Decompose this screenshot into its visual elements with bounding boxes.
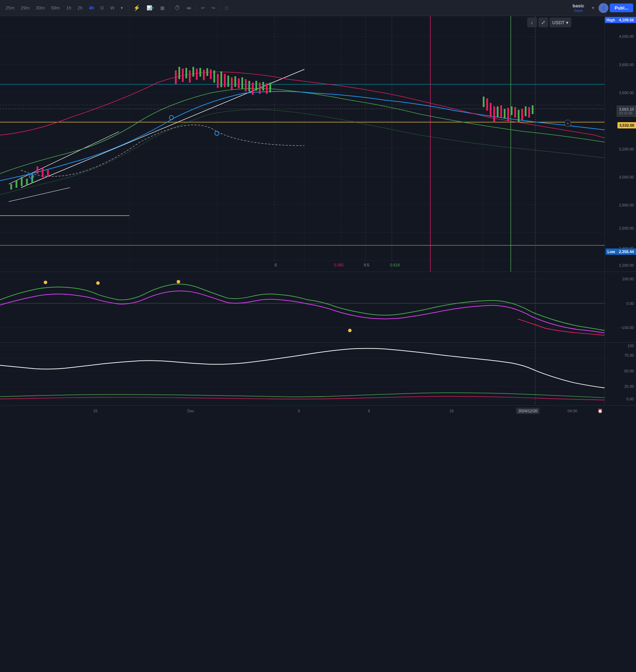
svg-rect-60	[266, 83, 268, 94]
back-button[interactable]: ⏮	[184, 4, 194, 12]
high-value: 4,109.56	[617, 17, 636, 23]
time-dec: Dec	[188, 409, 195, 413]
svg-rect-67	[500, 105, 502, 118]
tf-29m[interactable]: 29m	[18, 4, 32, 12]
svg-rect-31	[37, 167, 38, 174]
ind1-100: 100.00	[622, 277, 634, 281]
svg-rect-47	[220, 71, 222, 87]
chart-expand-btn[interactable]: ⤢	[538, 18, 548, 27]
low-price-tag: Low 2,356.44	[606, 248, 636, 255]
svg-rect-61	[269, 83, 271, 92]
chart-top-controls: ↓ ⤢ USDT ▾	[527, 18, 571, 27]
replay-icon: ⏱	[175, 5, 180, 11]
svg-rect-66	[497, 106, 499, 117]
time-axis-icon[interactable]: ⏰	[598, 408, 603, 413]
tf-30m[interactable]: 30m	[33, 4, 48, 12]
indicator-panel-2: 100 75.00 50.00 25.00 0.00	[0, 342, 636, 405]
svg-rect-65	[493, 106, 495, 122]
svg-rect-36	[182, 69, 184, 82]
indicator-2-canvas[interactable]	[0, 343, 605, 405]
currency-selector[interactable]: USDT ▾	[550, 18, 571, 27]
svg-text:0.618: 0.618	[390, 263, 400, 267]
separator-3	[196, 4, 196, 12]
svg-rect-27	[16, 181, 17, 188]
currency-label: USDT	[552, 20, 565, 25]
svg-line-23	[21, 69, 304, 188]
svg-rect-63	[486, 98, 488, 111]
indicators-icon: ⚡	[133, 5, 140, 11]
profile-dropdown[interactable]: ▾	[589, 4, 597, 12]
time-axis: 25 Dec 5 9 16 2024/12/20 04:00 ⏰	[0, 405, 636, 416]
undo-button[interactable]: ↩	[198, 4, 208, 12]
tf-1h[interactable]: 1h	[63, 4, 74, 12]
svg-rect-43	[206, 68, 208, 76]
time-5: 5	[298, 409, 300, 413]
chart-type-button[interactable]: 📊 ▾	[144, 4, 157, 12]
svg-text:0: 0	[275, 263, 277, 267]
svg-rect-28	[21, 177, 22, 186]
chart-down-btn[interactable]: ↓	[527, 18, 537, 27]
chart-container: ↓ ⤢ USDT ▾	[0, 16, 636, 672]
basic-save-button[interactable]: basic Save	[569, 2, 588, 13]
price-3000: 3,000.00	[619, 175, 634, 179]
layout-button[interactable]: ▦	[157, 4, 167, 12]
main-chart: ↓ ⤢ USDT ▾	[0, 16, 636, 272]
svg-rect-75	[528, 107, 530, 118]
svg-rect-51	[234, 76, 236, 87]
indicator-1-canvas[interactable]	[0, 272, 605, 342]
time-9: 9	[368, 409, 370, 413]
tf-w[interactable]: W	[107, 4, 117, 12]
replay-button[interactable]: ⏱	[172, 4, 183, 13]
tf-4h[interactable]: 4h	[86, 4, 97, 12]
publish-button[interactable]: Publ...	[610, 4, 633, 12]
ind1-neg100: −100.00	[620, 326, 634, 330]
time-0400: 04:00	[567, 409, 577, 413]
svg-rect-46	[217, 74, 219, 88]
low-value: 2,356.44	[617, 248, 636, 255]
chart-canvas[interactable]: ↓ ⤢ USDT ▾	[0, 16, 605, 272]
svg-rect-73	[521, 109, 523, 120]
tf-dropdown[interactable]: ▾	[118, 4, 126, 12]
price-4000: 4,000.00	[619, 34, 634, 38]
svg-rect-52	[238, 78, 240, 88]
indicator-1-svg	[0, 272, 605, 342]
svg-rect-41	[199, 68, 201, 77]
price-2600: 2,600.00	[619, 226, 634, 230]
redo-button[interactable]: ↪	[209, 4, 218, 12]
time-25: 25	[93, 409, 98, 413]
svg-rect-74	[525, 106, 527, 116]
avatar[interactable]: 👤	[599, 3, 608, 13]
chart-type-dropdown[interactable]: ▾	[152, 6, 154, 10]
tf-2h[interactable]: 2h	[75, 4, 85, 12]
tf-59m[interactable]: 59m	[48, 4, 63, 12]
svg-point-77	[169, 115, 174, 120]
svg-rect-29	[26, 179, 28, 185]
fullscreen-button[interactable]: □	[222, 4, 231, 12]
separator-1	[128, 4, 128, 12]
ind2-75: 75.00	[624, 353, 634, 357]
svg-rect-49	[227, 76, 229, 87]
high-label: High	[605, 17, 617, 23]
svg-rect-64	[490, 103, 492, 117]
svg-rect-69	[507, 108, 509, 121]
svg-line-25	[9, 188, 70, 202]
svg-rect-42	[203, 70, 205, 80]
svg-rect-26	[10, 184, 12, 189]
ind2-25: 25.00	[624, 384, 634, 388]
svg-rect-59	[262, 82, 264, 91]
separator-2	[169, 4, 170, 12]
add-price-level-btn[interactable]: +	[564, 120, 571, 127]
svg-point-93	[44, 281, 47, 284]
svg-rect-39	[192, 67, 194, 77]
svg-rect-58	[259, 83, 261, 94]
indicator-1-axis: 100.00 0.00 −100.00	[605, 272, 636, 342]
indicators-button[interactable]: ⚡	[130, 3, 143, 13]
price-2800: 2,800.00	[619, 203, 634, 207]
tf-d[interactable]: D	[98, 4, 106, 12]
current-time-value: 03:32:56	[619, 111, 634, 115]
high-price-tag: High 4,109.56	[605, 17, 636, 23]
basic-label: basic	[573, 3, 584, 8]
tf-25m[interactable]: 25m	[3, 4, 17, 12]
svg-line-24	[9, 132, 119, 184]
svg-rect-62	[483, 97, 485, 107]
